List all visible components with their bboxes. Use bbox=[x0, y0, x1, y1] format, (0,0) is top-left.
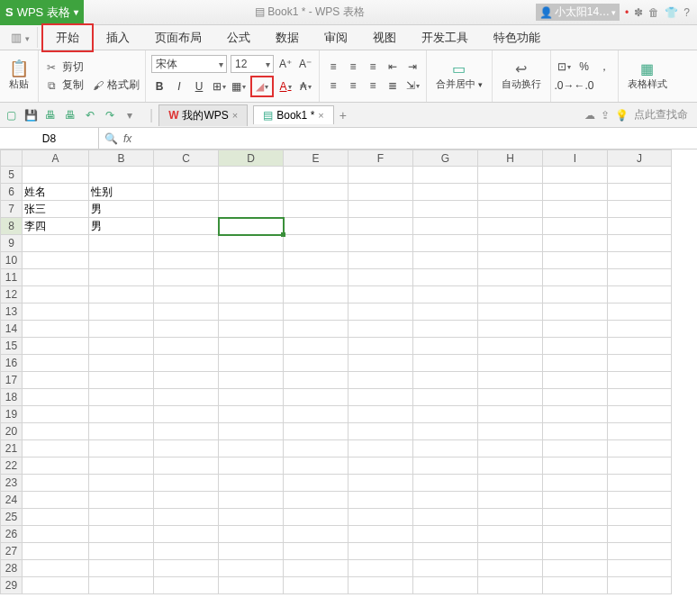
cell[interactable] bbox=[23, 355, 89, 372]
row-header[interactable]: 11 bbox=[1, 269, 23, 286]
cell[interactable] bbox=[608, 184, 672, 201]
phonetic-button[interactable]: ₳ bbox=[297, 78, 313, 95]
col-header[interactable]: C bbox=[154, 150, 219, 167]
cell[interactable] bbox=[608, 167, 672, 184]
tab-special[interactable]: 特色功能 bbox=[481, 25, 553, 50]
cell[interactable] bbox=[23, 560, 89, 577]
cell[interactable] bbox=[23, 167, 89, 184]
col-header[interactable]: J bbox=[608, 150, 672, 167]
cell[interactable] bbox=[608, 509, 672, 526]
tab-view[interactable]: 视图 bbox=[360, 25, 409, 50]
increase-font-button[interactable]: A⁺ bbox=[277, 56, 294, 72]
indent-decrease-button[interactable]: ⇤ bbox=[385, 59, 401, 75]
cell[interactable] bbox=[219, 201, 284, 218]
cell[interactable] bbox=[89, 594, 154, 595]
cell[interactable] bbox=[219, 286, 284, 303]
cell[interactable] bbox=[608, 577, 672, 594]
cell[interactable] bbox=[219, 372, 284, 389]
add-tab-button[interactable]: + bbox=[339, 108, 347, 122]
cell[interactable] bbox=[348, 543, 413, 560]
cell[interactable] bbox=[478, 526, 543, 543]
cell[interactable] bbox=[23, 423, 89, 440]
cell[interactable] bbox=[413, 560, 478, 577]
cell[interactable] bbox=[23, 372, 89, 389]
cell[interactable] bbox=[154, 321, 219, 338]
tab-start[interactable]: 开始 bbox=[41, 23, 94, 52]
cell[interactable] bbox=[219, 252, 284, 269]
cell[interactable] bbox=[608, 423, 672, 440]
cell[interactable] bbox=[478, 286, 543, 303]
cell[interactable] bbox=[219, 321, 284, 338]
cell[interactable] bbox=[23, 440, 89, 457]
cell[interactable] bbox=[89, 321, 154, 338]
cell[interactable] bbox=[89, 560, 154, 577]
cell[interactable] bbox=[219, 457, 284, 475]
doc-tab-mywps[interactable]: W 我的WPS × bbox=[158, 104, 248, 126]
cell[interactable] bbox=[89, 167, 154, 184]
cell[interactable] bbox=[608, 252, 672, 269]
cell[interactable] bbox=[413, 286, 478, 303]
cell[interactable] bbox=[23, 577, 89, 594]
cell[interactable] bbox=[89, 509, 154, 526]
cell[interactable] bbox=[543, 269, 608, 286]
cell[interactable] bbox=[348, 475, 413, 492]
row-header[interactable]: 5 bbox=[1, 167, 23, 184]
cell[interactable] bbox=[478, 252, 543, 269]
cell[interactable] bbox=[348, 509, 413, 526]
cell[interactable] bbox=[478, 560, 543, 577]
cell[interactable] bbox=[478, 492, 543, 509]
cell[interactable] bbox=[348, 201, 413, 218]
cell[interactable]: 男 bbox=[89, 201, 154, 218]
cell[interactable] bbox=[284, 269, 348, 286]
cell[interactable] bbox=[478, 440, 543, 457]
share-icon[interactable]: ⇪ bbox=[601, 109, 610, 122]
row-header[interactable]: 22 bbox=[1, 457, 23, 475]
align-right-button[interactable]: ≡ bbox=[365, 77, 381, 94]
row-header[interactable]: 7 bbox=[1, 201, 23, 218]
menu-file[interactable]: ▥ ▾ bbox=[4, 27, 38, 48]
cell[interactable] bbox=[348, 338, 413, 355]
redo-icon[interactable]: ↷ bbox=[103, 108, 117, 122]
row-header[interactable]: 30 bbox=[1, 594, 23, 595]
cell[interactable] bbox=[608, 475, 672, 492]
cell[interactable] bbox=[608, 286, 672, 303]
cell[interactable] bbox=[348, 167, 413, 184]
print-preview-icon[interactable]: 🖶 bbox=[63, 108, 77, 122]
cell[interactable]: 男 bbox=[89, 218, 154, 235]
cell[interactable] bbox=[608, 560, 672, 577]
decimal-decrease-button[interactable]: ←.0 bbox=[576, 77, 593, 94]
cell[interactable] bbox=[413, 321, 478, 338]
font-size-select[interactable]: 12 bbox=[231, 55, 274, 73]
cell[interactable] bbox=[478, 577, 543, 594]
align-center-button[interactable]: ≡ bbox=[345, 77, 361, 94]
cell[interactable] bbox=[608, 321, 672, 338]
user-badge[interactable]: 👤 小太阳14… ▾ bbox=[536, 4, 620, 21]
cell[interactable] bbox=[154, 440, 219, 457]
cell[interactable] bbox=[23, 543, 89, 560]
cell[interactable] bbox=[89, 406, 154, 423]
row-header[interactable]: 17 bbox=[1, 372, 23, 389]
cell[interactable] bbox=[219, 235, 284, 252]
cell[interactable] bbox=[543, 355, 608, 372]
cell[interactable] bbox=[284, 526, 348, 543]
cell[interactable] bbox=[284, 184, 348, 201]
cell[interactable] bbox=[89, 235, 154, 252]
cell[interactable] bbox=[478, 235, 543, 252]
copy-button[interactable]: ⧉复制 bbox=[44, 77, 84, 93]
cell[interactable] bbox=[348, 560, 413, 577]
cell[interactable] bbox=[478, 457, 543, 475]
cell[interactable] bbox=[348, 492, 413, 509]
cell[interactable] bbox=[154, 355, 219, 372]
cell[interactable] bbox=[284, 560, 348, 577]
tshirt-icon[interactable]: 👕 bbox=[665, 6, 678, 19]
cell[interactable] bbox=[478, 509, 543, 526]
cell[interactable] bbox=[478, 303, 543, 321]
cell[interactable] bbox=[543, 201, 608, 218]
cell[interactable] bbox=[413, 269, 478, 286]
cell[interactable] bbox=[608, 201, 672, 218]
cell[interactable] bbox=[348, 577, 413, 594]
cell[interactable] bbox=[348, 184, 413, 201]
cell[interactable] bbox=[284, 303, 348, 321]
cell[interactable] bbox=[284, 338, 348, 355]
fx-icon[interactable]: fx bbox=[123, 132, 131, 145]
